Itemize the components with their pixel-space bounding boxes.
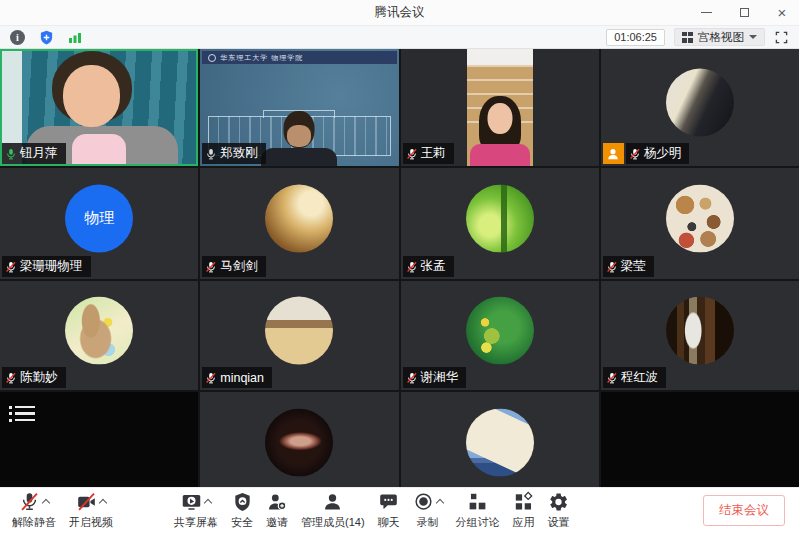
fullscreen-button[interactable]	[774, 30, 789, 45]
tool-label: 聊天	[378, 515, 400, 530]
virtual-background-banner: 华东理工大学 物理学院	[202, 51, 396, 64]
chevron-up-icon[interactable]	[42, 499, 50, 507]
members-icon	[322, 491, 343, 513]
camera-muted-icon	[76, 491, 97, 513]
manage-members-button[interactable]: 管理成员(14)	[301, 491, 365, 530]
minimize-button[interactable]	[699, 6, 713, 20]
grid-view-button[interactable]: 宫格视图	[674, 28, 765, 46]
participant-name-label: minqian	[202, 367, 272, 388]
person-body	[470, 144, 530, 166]
mic-muted-icon	[205, 260, 217, 274]
tool-label: 设置	[548, 515, 570, 530]
chat-button[interactable]: 聊天	[378, 491, 400, 530]
participant-tile[interactable]: 梁莹	[601, 168, 799, 279]
avatar: 物理	[65, 184, 133, 252]
participant-label-row: 钮月萍	[2, 143, 66, 164]
chevron-down-icon	[749, 35, 757, 39]
window-controls: ×	[699, 0, 789, 25]
participant-name-label: 谢湘华	[403, 367, 467, 388]
participant-tile[interactable]: 物理梁珊珊物理	[0, 168, 198, 279]
participant-tile[interactable]	[601, 392, 799, 487]
security-shield-icon	[232, 491, 253, 513]
mic-muted-icon	[406, 147, 418, 161]
notes-list-icon	[9, 402, 35, 425]
participant-tile[interactable]	[0, 392, 198, 487]
participant-name-label: 马剑剑	[202, 256, 266, 277]
participant-name: 程红波	[621, 369, 659, 386]
participant-tile[interactable]: 王莉	[401, 49, 599, 166]
participant-tile[interactable]: 华东理工大学 物理学院 郑致刚	[200, 49, 398, 166]
mic-speaking-icon	[5, 147, 17, 161]
university-logo-icon	[208, 54, 216, 62]
shield-check-icon[interactable]	[39, 30, 54, 45]
share-screen-button[interactable]: 共享屏幕	[174, 491, 218, 530]
person-body	[261, 148, 337, 166]
unmute-button[interactable]: 解除静音	[12, 491, 56, 530]
invite-person-icon	[267, 491, 288, 513]
chevron-up-icon[interactable]	[435, 499, 443, 507]
portrait-video	[467, 49, 533, 166]
mic-muted-icon	[406, 260, 418, 274]
person-shirt	[72, 134, 126, 166]
participant-tile[interactable]: 陈勤妙	[0, 281, 198, 390]
participant-label-row: 杨少明	[603, 143, 690, 164]
breakout-button[interactable]: 分组讨论	[456, 491, 500, 530]
tool-label: 共享屏幕	[174, 515, 218, 530]
participant-label-row: minqian	[202, 367, 272, 388]
participant-label-row: 马剑剑	[202, 256, 266, 277]
avatar	[265, 184, 333, 252]
status-left-icons: i	[10, 30, 82, 45]
participant-name-label: 张孟	[403, 256, 454, 277]
meeting-toolbar: 解除静音 开启视频 共享屏幕 安全 邀请 管理成员(14) 聊天 录制 分组讨论…	[0, 487, 799, 533]
apps-grid-icon	[513, 491, 534, 513]
participant-label-row: 梁莹	[603, 256, 654, 277]
mic-muted-icon	[19, 491, 40, 513]
person-face	[487, 103, 512, 134]
university-banner-text: 华东理工大学 物理学院	[220, 53, 303, 63]
chat-bubble-icon	[378, 491, 399, 513]
tool-label: 安全	[231, 515, 253, 530]
record-button[interactable]: 录制	[413, 491, 443, 530]
avatar	[466, 184, 534, 252]
settings-button[interactable]: 设置	[548, 491, 570, 530]
participant-label-row: 梁珊珊物理	[2, 256, 91, 277]
participant-label-row: 陈勤妙	[2, 367, 66, 388]
avatar	[265, 296, 333, 364]
participant-name: 梁莹	[621, 258, 646, 275]
chevron-up-icon[interactable]	[204, 499, 212, 507]
end-meeting-button[interactable]: 结束会议	[703, 495, 785, 526]
participant-tile[interactable]: minqian	[200, 281, 398, 390]
start-video-button[interactable]: 开启视频	[69, 491, 113, 530]
mic-muted-icon	[606, 371, 618, 385]
close-button[interactable]: ×	[775, 6, 789, 20]
breakout-rooms-icon	[467, 491, 488, 513]
tool-label: 录制	[417, 515, 439, 530]
host-badge	[603, 143, 624, 164]
participant-name: 郑致刚	[220, 145, 258, 162]
participant-tile[interactable]: 马剑剑	[200, 168, 398, 279]
participant-tile[interactable]: 张孟	[401, 168, 599, 279]
participant-tile[interactable]: 程红波	[601, 281, 799, 390]
participant-name-label: 郑致刚	[202, 143, 266, 164]
participant-tile[interactable]: 谢湘华	[401, 281, 599, 390]
apps-button[interactable]: 应用	[513, 491, 535, 530]
avatar	[666, 296, 734, 364]
gear-icon	[548, 491, 569, 513]
security-button[interactable]: 安全	[231, 491, 253, 530]
person-face	[287, 125, 311, 147]
participant-tile[interactable]: 杨少明	[601, 49, 799, 166]
chevron-up-icon[interactable]	[99, 499, 107, 507]
participant-tile[interactable]	[200, 392, 398, 487]
participant-name: 谢湘华	[421, 369, 459, 386]
participant-name-label: 陈勤妙	[2, 367, 66, 388]
participant-name: 钮月萍	[20, 145, 58, 162]
invite-button[interactable]: 邀请	[266, 491, 288, 530]
participant-tile[interactable]	[401, 392, 599, 487]
maximize-button[interactable]	[737, 6, 751, 20]
status-right-controls: 01:06:25 宫格视图	[606, 28, 789, 46]
person-face	[63, 65, 120, 127]
meeting-info-icon[interactable]: i	[10, 30, 25, 45]
participant-tile[interactable]: 钮月萍	[0, 49, 198, 166]
tool-label: 应用	[513, 515, 535, 530]
meeting-window: 腾讯会议 × i 01:06:25 宫格视图	[0, 0, 799, 533]
